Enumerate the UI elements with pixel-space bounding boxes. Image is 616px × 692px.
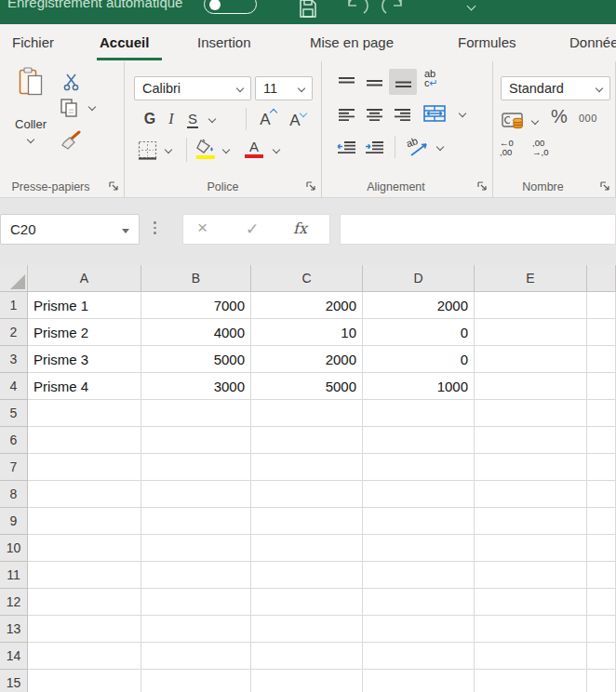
name-box[interactable]: C20 [0, 214, 140, 245]
column-header-partial[interactable] [587, 265, 616, 292]
cell-A9[interactable] [28, 508, 141, 535]
cell-A13[interactable] [28, 616, 141, 643]
column-header-D[interactable]: D [363, 265, 475, 292]
cell-F14[interactable] [587, 643, 616, 670]
insert-function-button[interactable]: fx [293, 220, 307, 237]
decrease-indent-button[interactable] [333, 136, 359, 158]
underline-chevron-icon[interactable] [208, 115, 216, 123]
formula-input[interactable] [340, 214, 616, 245]
column-header-C[interactable]: C [251, 265, 363, 292]
cell-D7[interactable] [363, 454, 475, 481]
cell-B6[interactable] [141, 427, 251, 454]
cell-D10[interactable] [363, 535, 475, 562]
row-header-7[interactable]: 7 [0, 454, 28, 481]
bold-button[interactable]: G [140, 108, 160, 130]
clipboard-dialog-launcher[interactable] [108, 180, 119, 192]
cell-C13[interactable] [251, 616, 363, 643]
cell-B5[interactable] [141, 400, 251, 427]
cell-E13[interactable] [475, 616, 587, 643]
row-header-10[interactable]: 10 [0, 535, 28, 562]
cell-E6[interactable] [475, 427, 587, 454]
cell-E15[interactable] [475, 670, 587, 692]
alignment-dialog-launcher[interactable] [476, 180, 488, 192]
cell-E8[interactable] [475, 481, 587, 508]
cell-A1[interactable]: Prisme 1 [28, 292, 141, 319]
cell-C2[interactable]: 10 [251, 319, 363, 346]
row-header-6[interactable]: 6 [0, 427, 28, 454]
cell-C15[interactable] [251, 670, 363, 692]
cell-C4[interactable]: 5000 [251, 373, 363, 400]
name-box-dropdown-icon[interactable] [122, 229, 129, 233]
orientation-chevron-icon[interactable] [436, 143, 444, 151]
cell-F4[interactable] [587, 373, 616, 400]
cell-C10[interactable] [251, 535, 363, 562]
cell-A7[interactable] [28, 454, 141, 481]
cell-E10[interactable] [475, 535, 587, 562]
row-header-13[interactable]: 13 [0, 616, 28, 643]
increase-decimal-button[interactable]: ←0 ,00 [500, 139, 514, 157]
cell-D1[interactable]: 2000 [363, 292, 475, 319]
cell-A3[interactable]: Prisme 3 [28, 346, 141, 373]
customize-toolbar-chevron-icon[interactable] [467, 2, 476, 11]
cell-F3[interactable] [587, 346, 616, 373]
undo-icon[interactable] [344, 0, 370, 17]
cancel-button[interactable]: × [197, 218, 208, 238]
column-header-E[interactable]: E [475, 265, 587, 292]
fill-color-chevron-icon[interactable] [222, 146, 230, 153]
accounting-chevron-icon[interactable] [531, 117, 539, 125]
row-header-12[interactable]: 12 [0, 589, 28, 616]
cell-A10[interactable] [28, 535, 141, 562]
merge-chevron-icon[interactable] [459, 110, 466, 117]
format-painter-button[interactable] [58, 128, 84, 154]
align-top-button[interactable] [333, 71, 359, 95]
fill-color-button[interactable] [194, 136, 218, 162]
row-header-9[interactable]: 9 [0, 508, 28, 535]
tab-insertion[interactable]: Insertion [197, 24, 251, 61]
copy-chevron-icon[interactable] [88, 103, 96, 111]
tab-fichier[interactable]: Fichier [12, 24, 54, 61]
cell-F13[interactable] [587, 616, 616, 643]
cell-A8[interactable] [28, 481, 141, 508]
cell-F10[interactable] [587, 535, 616, 562]
cell-E3[interactable] [475, 346, 587, 373]
cell-D2[interactable]: 0 [363, 319, 475, 346]
cell-B8[interactable] [141, 481, 251, 508]
font-color-button[interactable]: A [242, 136, 266, 162]
cell-B3[interactable]: 5000 [141, 346, 251, 373]
cell-F2[interactable] [587, 319, 616, 346]
paste-button[interactable]: Coller [6, 67, 56, 171]
cell-A4[interactable]: Prisme 4 [28, 373, 141, 400]
accounting-format-button[interactable] [501, 110, 527, 132]
wrap-text-button[interactable]: ab c↵ [424, 69, 438, 87]
cell-C11[interactable] [251, 562, 363, 589]
cell-B4[interactable]: 3000 [141, 373, 251, 400]
increase-indent-button[interactable] [361, 136, 387, 158]
cell-C3[interactable]: 2000 [251, 346, 363, 373]
underline-button[interactable]: S [182, 108, 203, 130]
font-name-select[interactable]: Calibri [134, 76, 251, 100]
cell-D13[interactable] [363, 616, 475, 643]
cell-C9[interactable] [251, 508, 363, 535]
shrink-font-button[interactable]: A [283, 110, 307, 130]
tab-accueil[interactable]: Accueil [100, 24, 149, 61]
cell-B7[interactable] [141, 454, 251, 481]
copy-button[interactable] [58, 97, 80, 119]
row-header-4[interactable]: 4 [0, 373, 28, 400]
borders-chevron-icon[interactable] [165, 146, 172, 153]
cell-B14[interactable] [141, 643, 251, 670]
cell-D8[interactable] [363, 481, 475, 508]
cell-C5[interactable] [251, 400, 363, 427]
cell-E4[interactable] [475, 373, 587, 400]
cell-E14[interactable] [475, 643, 587, 670]
row-header-2[interactable]: 2 [0, 319, 28, 346]
cell-B13[interactable] [141, 616, 251, 643]
cell-A5[interactable] [28, 400, 141, 427]
italic-button[interactable]: I [162, 108, 181, 130]
cell-D11[interactable] [363, 562, 475, 589]
cell-A12[interactable] [28, 589, 141, 616]
formula-bar-grip-icon[interactable] [154, 221, 156, 234]
cell-F15[interactable] [587, 670, 616, 692]
enter-button[interactable]: ✓ [246, 220, 259, 239]
comma-style-button[interactable]: 000 [579, 113, 597, 124]
cell-B10[interactable] [141, 535, 251, 562]
